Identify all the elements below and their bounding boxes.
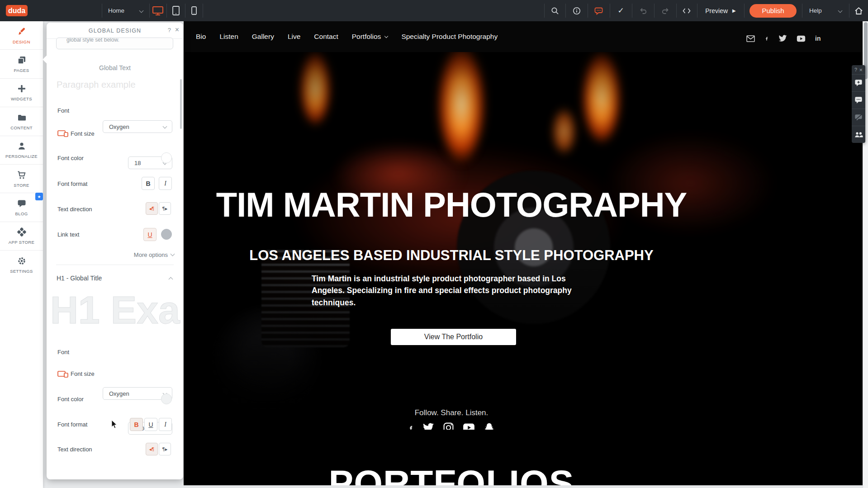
youtube-icon[interactable]	[463, 423, 475, 430]
sidebar-item-pages[interactable]: PAGES	[0, 50, 43, 78]
comments-hidden-icon	[854, 114, 863, 121]
underline-glyph: U	[148, 421, 153, 428]
h1-bold-button[interactable]: B	[130, 418, 143, 431]
link-underline-button[interactable]: U	[143, 228, 157, 241]
h1-underline-button[interactable]: U	[144, 418, 157, 431]
nav-label: Gallery	[252, 33, 274, 41]
h1-direction-rtl-button[interactable]: ¶▸	[159, 443, 171, 455]
sidebar-item-label: CONTENT	[10, 125, 33, 130]
nav-label: Listen	[219, 33, 238, 41]
sidebar-item-widgets[interactable]: WIDGETS	[0, 79, 43, 107]
section-edge	[184, 485, 863, 488]
twitter-icon[interactable]	[422, 423, 434, 430]
person-icon	[17, 141, 27, 151]
sidebar-item-label: SETTINGS	[10, 269, 33, 274]
font-dropdown[interactable]: Oxygen	[103, 120, 172, 133]
h1-font-format-label: Font format	[57, 421, 87, 428]
bold-button[interactable]: B	[142, 177, 155, 190]
twitter-icon[interactable]	[778, 35, 787, 42]
snapchat-icon[interactable]	[484, 422, 495, 430]
h1-font-color-swatch[interactable]	[161, 393, 172, 404]
direction-rtl-button[interactable]: ¶▸	[159, 202, 171, 215]
editor-sidebar: DESIGN PAGES WIDGETS CONTENT PERSONALIZE	[0, 21, 43, 488]
h1-sample: H1 Example	[50, 290, 182, 329]
dashboard-home-button[interactable]	[849, 0, 868, 21]
email-icon[interactable]	[746, 35, 755, 42]
nav-item-live[interactable]: Live	[288, 33, 300, 41]
h1-direction-ltr-button[interactable]: ◂¶	[146, 443, 158, 455]
more-options-link[interactable]: More options	[134, 251, 174, 258]
page-selector-dropdown[interactable]: Home	[102, 0, 149, 21]
youtube-icon[interactable]	[797, 35, 806, 42]
h1-font-label: Font	[57, 349, 69, 355]
h1-italic-button[interactable]: I	[159, 418, 172, 431]
italic-button[interactable]: I	[159, 177, 172, 190]
sidebar-item-content[interactable]: CONTENT	[0, 107, 43, 136]
close-icon[interactable]: ×	[175, 26, 179, 34]
hero-vignette	[184, 52, 863, 430]
text-direction-label: Text direction	[57, 206, 92, 213]
font-color-swatch[interactable]	[161, 152, 172, 163]
sidebar-item-store[interactable]: STORE	[0, 165, 43, 193]
linkedin-icon[interactable]: in	[815, 35, 823, 42]
publish-button-cell: Publish	[744, 0, 802, 21]
global-design-panel: GLOBAL DESIGN ? × global style set below…	[47, 23, 183, 479]
nav-item-gallery[interactable]: Gallery	[252, 33, 274, 41]
panel-scrollbar-thumb[interactable]	[180, 79, 182, 129]
search-button[interactable]	[544, 0, 565, 21]
brush-icon	[17, 27, 27, 37]
responsive-devices-icon	[57, 130, 68, 137]
h1-font-size-label: Font size	[71, 370, 95, 377]
home-icon	[854, 7, 863, 15]
more-options-label: More options	[134, 251, 168, 258]
desktop-icon	[152, 6, 164, 16]
info-button[interactable]	[565, 0, 588, 21]
help-icon[interactable]: ?	[854, 67, 857, 72]
facebook-icon[interactable]	[408, 422, 414, 430]
sidebar-item-label: DESIGN	[13, 39, 30, 44]
sidebar-item-settings[interactable]: SETTINGS	[0, 251, 43, 279]
tablet-view-button[interactable]	[166, 0, 185, 21]
nav-item-portfolios[interactable]: Portfolios	[352, 33, 388, 41]
redo-button[interactable]	[654, 0, 676, 21]
desktop-view-button[interactable]	[149, 0, 166, 21]
approve-button[interactable]: ✓	[610, 0, 632, 21]
facebook-icon[interactable]	[764, 34, 769, 43]
h1-section-heading: H1 - Global Title	[57, 275, 102, 282]
nav-item-bio[interactable]: Bio	[196, 33, 206, 41]
help-dropdown[interactable]: Help	[802, 0, 849, 21]
hero-section: TIM MARTIN PHOTOGRAPHY LOS ANGELES BASED…	[184, 52, 863, 430]
nav-item-contact[interactable]: Contact	[314, 33, 338, 41]
preview-button[interactable]: Preview ▶	[697, 0, 744, 21]
show-comments-button[interactable]	[852, 91, 865, 109]
info-note-text: global style set below.	[66, 38, 173, 43]
dev-mode-button[interactable]	[676, 0, 697, 21]
help-icon[interactable]: ?	[168, 27, 171, 33]
direction-ltr-button[interactable]: ◂¶	[146, 202, 158, 215]
paragraph-rtl-icon: ¶▸	[162, 206, 167, 212]
paragraph-sample: Paragraph example	[57, 80, 136, 90]
sidebar-item-app-store[interactable]: APP STORE	[0, 222, 43, 251]
page-selector-label: Home	[108, 7, 124, 14]
sidebar-item-design[interactable]: DESIGN	[0, 21, 43, 50]
collapse-chevron-icon[interactable]	[169, 277, 173, 282]
bold-glyph: B	[146, 180, 150, 187]
nav-label: Live	[288, 33, 300, 41]
publish-button[interactable]: Publish	[749, 4, 797, 18]
collaborators-button[interactable]	[852, 126, 865, 143]
duda-logo[interactable]: duda	[6, 5, 28, 16]
link-text-label: Link text	[57, 231, 79, 238]
mobile-view-button[interactable]	[185, 0, 203, 21]
undo-button[interactable]	[632, 0, 654, 21]
close-icon[interactable]: ×	[859, 66, 863, 73]
responsive-devices-icon	[57, 371, 68, 378]
nav-item-listen[interactable]: Listen	[219, 33, 238, 41]
add-comment-button[interactable]	[852, 74, 865, 91]
view-portfolio-button[interactable]: View The Portfolio	[391, 329, 516, 345]
nav-item-specialty[interactable]: Specialty Product Photography	[401, 33, 498, 41]
hide-resolved-comments-button[interactable]	[852, 109, 865, 126]
sidebar-item-personalize[interactable]: PERSONALIZE	[0, 136, 43, 165]
comments-button[interactable]	[588, 0, 610, 21]
instagram-icon[interactable]	[443, 422, 454, 430]
link-color-swatch[interactable]	[161, 229, 172, 240]
